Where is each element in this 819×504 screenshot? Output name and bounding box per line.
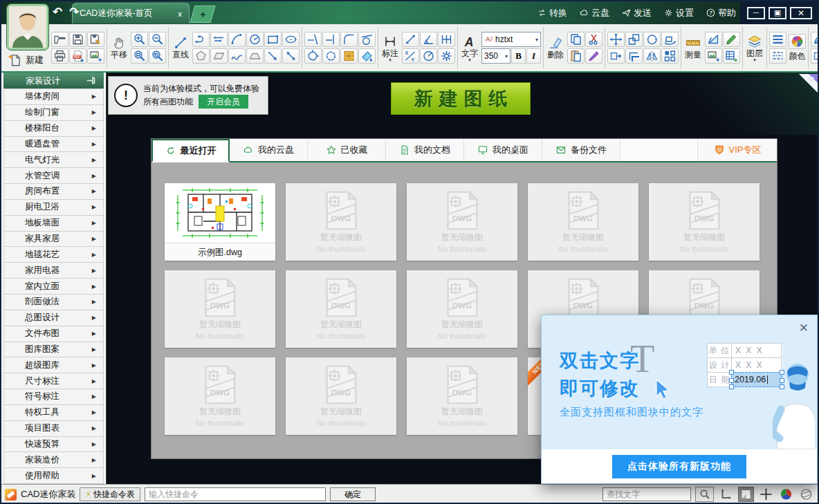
tab-cloud[interactable]: 我的云盘	[230, 139, 308, 161]
radius-dim-button[interactable]	[420, 48, 437, 64]
lineweight-button[interactable]	[769, 32, 786, 47]
sidebar-item-8[interactable]: 厨电卫浴▶	[3, 199, 104, 216]
export-table-button[interactable]	[723, 48, 740, 64]
save-button[interactable]	[69, 32, 86, 47]
clean-screen-toggle[interactable]	[738, 487, 754, 502]
zoom-window-button[interactable]	[131, 48, 148, 64]
menu-help[interactable]: ?帮助	[706, 7, 736, 19]
double-line-button[interactable]	[210, 32, 228, 47]
tab-documents[interactable]: 我的文档	[386, 139, 464, 161]
file-tile-empty-12[interactable]: DWG 暂无缩微图No thumbnails	[407, 357, 517, 435]
sidebar-item-9[interactable]: 地板墙面▶	[3, 215, 104, 232]
pin-icon[interactable]	[85, 75, 95, 86]
menu-settings[interactable]: 设置	[663, 7, 694, 19]
file-tile-empty-6[interactable]: DWG 暂无缩微图No thumbnails	[286, 270, 396, 348]
shortcut-table-button[interactable]: ⚡ 快捷命令表	[80, 487, 140, 501]
fill-button[interactable]	[358, 48, 376, 64]
sidebar-item-24[interactable]: 家装造价▶	[3, 451, 104, 468]
sidebar-item-12[interactable]: 家用电器▶	[3, 262, 104, 279]
pan-button[interactable]: 平移	[109, 35, 129, 59]
sketch-button[interactable]	[723, 32, 740, 47]
break-circle-button[interactable]	[304, 48, 322, 64]
rectangle-button[interactable]	[264, 32, 282, 47]
sidebar-item-23[interactable]: 快速预算▶	[3, 436, 104, 453]
hatch-button[interactable]	[340, 48, 358, 64]
home-tab[interactable]: CAD迷你家装-首页 x	[72, 3, 190, 24]
bold-button[interactable]: B	[511, 48, 526, 64]
skin-corner-button[interactable]	[799, 74, 818, 93]
measure-button[interactable]: 测量	[683, 35, 703, 59]
dimension-button[interactable]: 标注 ▾	[380, 34, 400, 61]
color-wheel-button[interactable]	[789, 34, 806, 49]
stretch-button[interactable]	[607, 48, 625, 64]
sidebar-item-1[interactable]: 墙体房间▶	[3, 88, 104, 105]
selection-handle[interactable]	[729, 370, 734, 375]
copy-button[interactable]	[567, 32, 585, 47]
render-mode-button[interactable]	[798, 487, 814, 502]
double-arrow-button[interactable]	[282, 48, 300, 64]
selection-handle[interactable]	[729, 384, 734, 389]
find-text-input[interactable]	[602, 487, 691, 501]
new-tab-button[interactable]: +	[190, 6, 215, 23]
command-input[interactable]	[145, 487, 326, 501]
sidebar-item-16[interactable]: 文件布图▶	[3, 326, 104, 342]
sidebar-item-17[interactable]: 图库图案▶	[3, 342, 104, 358]
sidebar-item-25[interactable]: 使用帮助▶	[3, 467, 104, 484]
popup-close-icon[interactable]: ✕	[799, 322, 809, 334]
file-tile-empty-3[interactable]: DWG 暂无缩微图No thumbnails	[528, 183, 638, 261]
export-image-button[interactable]	[87, 48, 104, 64]
ordinate-dim-button[interactable]: XY	[402, 48, 419, 64]
move-button[interactable]	[607, 32, 625, 47]
search-button[interactable]	[695, 487, 714, 502]
dim-settings-button[interactable]	[438, 48, 455, 64]
new-drawing-button[interactable]: 新建图纸	[391, 82, 531, 115]
sidebar-item-15[interactable]: 总图设计▶	[3, 310, 104, 326]
menu-cloud[interactable]: 云盘	[579, 7, 609, 19]
offset-button[interactable]	[625, 48, 643, 64]
array-button[interactable]	[661, 48, 679, 64]
text-button[interactable]: A 文字 ▾	[460, 34, 479, 61]
clipped-edge-button[interactable]	[811, 32, 818, 47]
ucs-icon-toggle[interactable]	[718, 487, 734, 502]
sidebar-header[interactable]: 家装设计	[3, 73, 104, 89]
tab-desktop[interactable]: 我的桌面	[464, 139, 542, 161]
sidebar-item-20[interactable]: 符号标注▶	[3, 389, 104, 405]
file-tile-empty-5[interactable]: DWG 暂无缩微图No thumbnails	[165, 270, 275, 348]
tab-recent[interactable]: 最近打开	[151, 139, 230, 162]
print-button[interactable]	[51, 48, 68, 64]
export-pdf-button[interactable]: PDF	[69, 48, 86, 64]
orbit-button[interactable]	[661, 32, 679, 47]
sidebar-item-2[interactable]: 绘制门窗▶	[3, 104, 104, 121]
file-tile-empty-4[interactable]: DWG 暂无缩微图No thumbnails	[649, 183, 760, 261]
sidebar-item-10[interactable]: 家具家居▶	[3, 231, 104, 248]
aligned-dim-button[interactable]	[402, 32, 419, 47]
arc-button[interactable]	[228, 32, 246, 47]
sidebar-item-19[interactable]: 尺寸标注▶	[3, 373, 104, 389]
erase-button[interactable]: 删除	[546, 35, 565, 59]
mirror-button[interactable]	[643, 48, 661, 64]
sidebar-item-21[interactable]: 特权工具▶	[3, 404, 104, 421]
rotate-button[interactable]	[643, 32, 661, 47]
dashed-circle-button[interactable]	[322, 48, 340, 64]
insert-image-button[interactable]	[705, 48, 722, 64]
format-painter-button[interactable]	[585, 48, 602, 64]
continue-dim-button[interactable]	[438, 32, 455, 47]
file-tile-empty-7[interactable]: DWG 暂无缩微图No thumbnails	[407, 270, 517, 348]
layer-button[interactable]: 图层 ▾	[745, 34, 764, 61]
forward-icon[interactable]: ↷	[69, 5, 79, 19]
area-measure-button[interactable]	[705, 32, 722, 47]
fillet-button[interactable]	[340, 32, 358, 47]
sidebar-item-3[interactable]: 楼梯阳台▶	[3, 120, 104, 137]
file-tile-empty-11[interactable]: DWG 暂无缩微图No thumbnails	[286, 357, 396, 435]
selection-handle[interactable]	[729, 378, 734, 383]
cut-button[interactable]	[585, 32, 602, 47]
scale-button[interactable]	[625, 32, 643, 47]
sidebar-item-22[interactable]: 项目图表▶	[3, 420, 104, 437]
file-tile-empty-2[interactable]: DWG 暂无缩微图No thumbnails	[407, 183, 517, 261]
trim-button[interactable]	[304, 32, 322, 47]
extend-button[interactable]	[322, 32, 340, 47]
linetype-button[interactable]	[769, 48, 786, 64]
zoom-previous-button[interactable]	[149, 48, 166, 64]
maximize-button[interactable]: ▣	[769, 7, 786, 19]
confirm-button[interactable]: 确定	[330, 487, 376, 501]
